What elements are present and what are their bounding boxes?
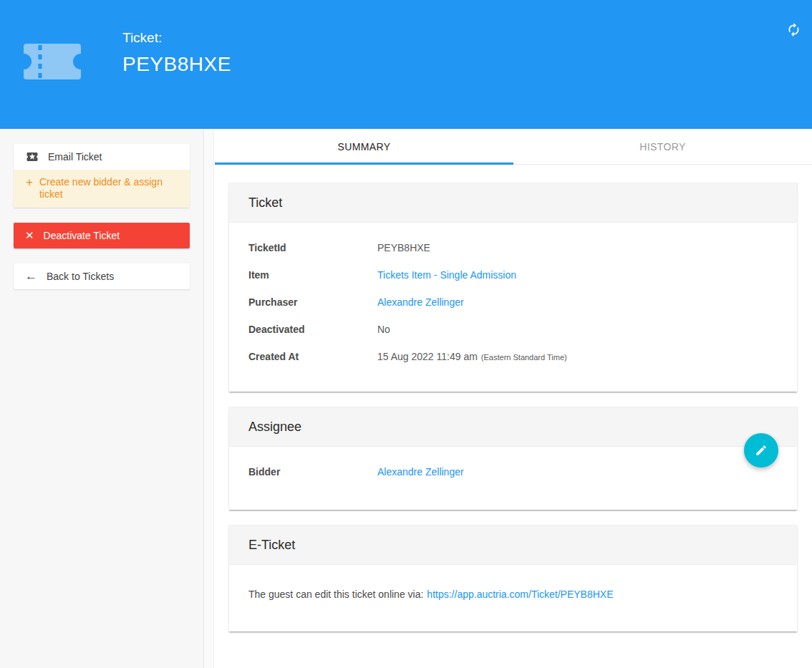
- deactivate-ticket-label: Deactivate Ticket: [44, 230, 120, 241]
- ticket-star-icon: [26, 150, 39, 163]
- back-to-tickets-label: Back to Tickets: [47, 271, 114, 282]
- page-title: Ticket: PEYB8HXE: [122, 30, 231, 76]
- assignee-card-title: Assignee: [229, 407, 797, 447]
- back-arrow-icon: ←: [25, 269, 37, 284]
- eticket-card-title: E-Ticket: [229, 526, 797, 565]
- bidder-link[interactable]: Alexandre Zellinger: [377, 466, 464, 478]
- refresh-button[interactable]: [785, 22, 802, 39]
- field-label: Item: [248, 269, 377, 281]
- eticket-text: The guest can edit this ticket online vi…: [248, 589, 423, 600]
- item-link[interactable]: Tickets Item - Single Admission: [377, 269, 516, 281]
- tab-bar: SUMMARY HISTORY: [215, 129, 812, 165]
- sidebar-gutter: [205, 129, 214, 668]
- timezone-suffix: (Eastern Standard Time): [481, 353, 567, 362]
- back-to-tickets-button[interactable]: ← Back to Tickets: [14, 263, 190, 289]
- field-value: PEYB8HXE: [377, 242, 430, 253]
- field-row-deactivated: Deactivated No: [248, 316, 778, 343]
- field-label: Created At: [248, 351, 377, 362]
- ticket-card-title: Ticket: [229, 183, 797, 223]
- eticket-card-body: The guest can edit this ticket online vi…: [229, 565, 797, 631]
- eticket-link[interactable]: https://app.auctria.com/Ticket/PEYB8HXE: [427, 589, 613, 600]
- field-label: Purchaser: [248, 296, 377, 308]
- tab-history[interactable]: HISTORY: [513, 129, 812, 164]
- sidebar-button-group: Email Ticket + Create new bidder & assig…: [14, 144, 190, 208]
- field-row-item: Item Tickets Item - Single Admission: [248, 261, 778, 289]
- close-icon: ✕: [25, 229, 34, 242]
- purchaser-link[interactable]: Alexandre Zellinger: [377, 296, 464, 308]
- field-row-purchaser: Purchaser Alexandre Zellinger: [248, 289, 778, 316]
- deactivate-ticket-button[interactable]: ✕ Deactivate Ticket: [14, 223, 190, 248]
- sidebar: Email Ticket + Create new bidder & assig…: [0, 129, 204, 668]
- summary-content: Ticket TicketId PEYB8HXE Item Tickets It…: [215, 165, 812, 631]
- create-bidder-button[interactable]: + Create new bidder & assign ticket: [14, 170, 190, 208]
- field-label: Bidder: [248, 466, 377, 478]
- email-ticket-button[interactable]: Email Ticket: [14, 144, 190, 170]
- create-bidder-label: Create new bidder & assign ticket: [39, 176, 178, 200]
- field-value: 15 Aug 2022 11:49 am(Eastern Standard Ti…: [377, 351, 567, 362]
- assignee-card: Assignee Bidder Alexandre Zellinger: [228, 407, 798, 510]
- plus-icon: +: [26, 176, 33, 188]
- header-ticket-label: Ticket:: [122, 30, 231, 46]
- eticket-card: E-Ticket The guest can edit this ticket …: [228, 525, 798, 631]
- refresh-icon: [786, 22, 801, 40]
- app-header: Ticket: PEYB8HXE: [0, 0, 812, 129]
- pencil-icon: [755, 444, 768, 457]
- field-label: TicketId: [248, 242, 377, 253]
- created-at-value: 15 Aug 2022 11:49 am: [377, 351, 478, 362]
- field-value: No: [377, 324, 390, 335]
- email-ticket-label: Email Ticket: [48, 151, 102, 163]
- main-panel: SUMMARY HISTORY Ticket TicketId PEYB8HXE…: [215, 129, 812, 668]
- field-row-created-at: Created At 15 Aug 2022 11:49 am(Eastern …: [248, 343, 778, 370]
- field-row-bidder: Bidder Alexandre Zellinger: [248, 458, 778, 485]
- ticket-card-body: TicketId PEYB8HXE Item Tickets Item - Si…: [229, 223, 797, 392]
- ticket-card: Ticket TicketId PEYB8HXE Item Tickets It…: [228, 183, 798, 392]
- field-label: Deactivated: [248, 324, 377, 335]
- assignee-card-body: Bidder Alexandre Zellinger: [229, 447, 797, 510]
- edit-assignee-button[interactable]: [744, 433, 778, 468]
- header-ticket-id: PEYB8HXE: [122, 53, 231, 76]
- field-row-ticketid: TicketId PEYB8HXE: [248, 234, 778, 261]
- ticket-icon: [24, 40, 81, 86]
- tab-summary[interactable]: SUMMARY: [215, 129, 513, 164]
